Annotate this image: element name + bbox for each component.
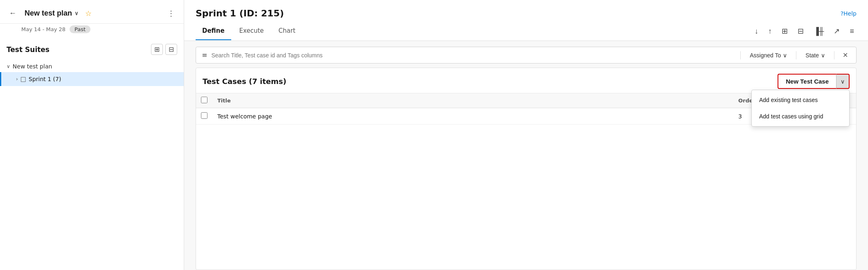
- suite-tree: ∨ New test plan › □ Sprint 1 (7): [0, 59, 184, 270]
- add-existing-test-cases-item[interactable]: Add existing test cases: [752, 92, 849, 108]
- main-header: Sprint 1 (ID: 215) ?Help: [184, 0, 868, 22]
- th-checkbox: [196, 93, 212, 108]
- date-range: May 14 - May 28: [21, 26, 65, 32]
- tabs-toolbar: Define Execute Chart ↓ ↑ ⊞ ⊟ ▐╫ ↗ ≡: [184, 22, 868, 41]
- past-badge: Past: [70, 25, 90, 33]
- filter-bar-icon: ≡: [202, 51, 207, 59]
- sprint-title: Sprint 1 (ID: 215): [196, 8, 284, 18]
- state-dropdown[interactable]: State ∨: [802, 51, 828, 59]
- help-link[interactable]: ?Help: [841, 10, 857, 17]
- search-input[interactable]: [211, 52, 735, 59]
- tab-define[interactable]: Define: [196, 22, 231, 40]
- suite-root-label: New test plan: [13, 63, 52, 70]
- tab-chart[interactable]: Chart: [272, 22, 302, 40]
- plan-title-label: New test plan: [25, 9, 72, 18]
- date-row: May 14 - May 28 Past: [0, 24, 184, 38]
- new-test-case-dropdown-menu: Add existing test cases Add test cases u…: [751, 90, 850, 127]
- column-view-icon[interactable]: ⊟: [795, 25, 806, 37]
- filter-toolbar-icon[interactable]: ≡: [847, 25, 857, 37]
- plan-title-button[interactable]: New test plan ∨: [22, 7, 81, 19]
- suite-child-item-sprint1[interactable]: › □ Sprint 1 (7): [0, 72, 184, 86]
- star-icon[interactable]: ☆: [85, 9, 92, 18]
- add-test-cases-using-grid-item[interactable]: Add test cases using grid: [752, 108, 849, 125]
- table-toolbar: Test Cases (7 items) New Test Case ∨ Add…: [196, 68, 856, 93]
- expand-icon[interactable]: ↗: [831, 25, 842, 37]
- root-expand-icon: ∨: [7, 64, 10, 69]
- row-checkbox[interactable]: [201, 112, 207, 119]
- filter-divider-2: [796, 51, 796, 59]
- assigned-to-dropdown[interactable]: Assigned To ∨: [746, 51, 790, 59]
- more-icon[interactable]: ⋮: [165, 7, 177, 19]
- test-suites-title: Test Suites: [7, 45, 50, 54]
- new-test-case-button[interactable]: New Test Case: [778, 74, 836, 89]
- filter-divider-3: [834, 51, 834, 59]
- select-all-checkbox[interactable]: [201, 97, 207, 103]
- state-label: State: [805, 52, 819, 59]
- row-checkbox-cell: [196, 108, 212, 125]
- filter-close-button[interactable]: ✕: [840, 50, 850, 60]
- remove-suite-button[interactable]: ⊟: [165, 44, 177, 55]
- sidebar-header: ← New test plan ∨ ☆ ⋮: [0, 0, 184, 24]
- state-chevron-icon: ∨: [821, 52, 825, 59]
- folder-icon: □: [20, 75, 26, 83]
- filter-bar: ≡ Assigned To ∨ State ∨ ✕: [196, 47, 857, 64]
- suite-child-label: Sprint 1 (7): [29, 76, 61, 82]
- brush-icon[interactable]: ▐╫: [811, 25, 827, 37]
- new-test-case-dropdown-button[interactable]: ∨: [836, 74, 850, 89]
- child-expand-icon: ›: [16, 76, 18, 82]
- plan-title-chevron-icon: ∨: [74, 10, 79, 16]
- filter-divider: [740, 51, 741, 59]
- download-icon[interactable]: ↓: [752, 25, 761, 37]
- table-title: Test Cases (7 items): [203, 77, 286, 86]
- new-test-case-container: New Test Case ∨ Add existing test cases …: [778, 74, 850, 89]
- tab-execute[interactable]: Execute: [233, 22, 271, 40]
- suite-root-item[interactable]: ∨ New test plan: [0, 61, 184, 72]
- upload-icon[interactable]: ↑: [766, 25, 774, 37]
- sidebar: ← New test plan ∨ ☆ ⋮ May 14 - May 28 Pa…: [0, 0, 184, 270]
- grid-view-icon[interactable]: ⊞: [779, 25, 790, 37]
- assigned-to-label: Assigned To: [750, 52, 781, 59]
- toolbar-icons: ↓ ↑ ⊞ ⊟ ▐╫ ↗ ≡: [752, 22, 857, 41]
- back-button[interactable]: ←: [7, 7, 19, 19]
- row-title: Test welcome page: [212, 108, 733, 125]
- th-title: Title: [212, 93, 733, 108]
- assigned-to-chevron-icon: ∨: [783, 52, 787, 59]
- main-content: Sprint 1 (ID: 215) ?Help Define Execute …: [184, 0, 868, 270]
- suite-actions: ⊞ ⊟: [151, 44, 177, 55]
- test-cases-table-area: Test Cases (7 items) New Test Case ∨ Add…: [196, 68, 857, 270]
- add-suite-button[interactable]: ⊞: [151, 44, 163, 55]
- test-suites-header: Test Suites ⊞ ⊟: [0, 38, 184, 59]
